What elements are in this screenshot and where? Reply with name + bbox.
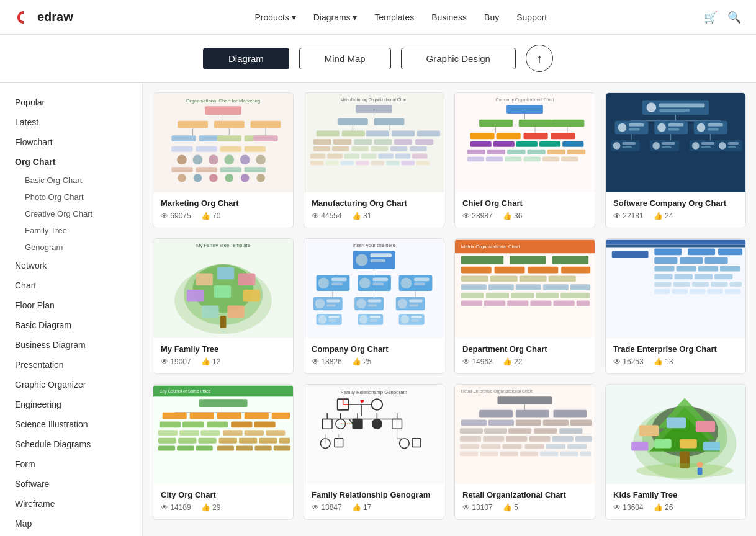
svg-rect-325 <box>553 410 587 418</box>
card-city-org-chart[interactable]: City Council of Some Place <box>153 384 294 520</box>
svg-rect-222 <box>461 301 482 306</box>
nav-products[interactable]: Products ▾ <box>255 12 296 22</box>
svg-rect-76 <box>479 120 513 127</box>
card-retail-organizational-chart[interactable]: Retail Enterprise Organizational Chart <box>454 384 595 520</box>
card-my-family-tree[interactable]: My Family Tree Template <box>153 238 294 374</box>
svg-rect-186 <box>409 304 418 306</box>
stat-likes-family: 👍 12 <box>201 357 221 366</box>
sidebar-sub-family-tree[interactable]: Family Tree <box>0 222 142 239</box>
card-family-relationship-genogram[interactable]: Family Relationship Genogram ♥ <box>304 384 444 520</box>
stat-views-company: 👁 18826 <box>312 357 342 366</box>
card-title-department: Department Org Chart <box>462 344 587 354</box>
svg-rect-131 <box>662 146 672 148</box>
sidebar-item-schedule-diagrams[interactable]: Schedule Diagrams <box>0 434 142 454</box>
svg-rect-350 <box>500 451 518 456</box>
sidebar-item-engineering[interactable]: Engineering <box>0 395 142 414</box>
svg-point-129 <box>652 142 660 150</box>
svg-rect-170 <box>414 277 429 281</box>
sidebar-sub-creative-org-chart[interactable]: Creative Org Chart <box>0 205 142 222</box>
svg-rect-53 <box>332 146 349 151</box>
svg-point-315 <box>400 439 410 449</box>
sidebar-item-map[interactable]: Map <box>0 514 142 534</box>
sidebar-item-network[interactable]: Network <box>0 256 142 275</box>
svg-point-155 <box>356 254 368 266</box>
sidebar-item-form[interactable]: Form <box>0 454 142 474</box>
svg-rect-63 <box>395 154 410 159</box>
svg-rect-240 <box>720 266 740 272</box>
svg-rect-14 <box>171 146 192 152</box>
svg-rect-177 <box>326 300 340 303</box>
sidebar-item-software[interactable]: Software <box>0 474 142 494</box>
card-software-company-org-chart[interactable]: Software Company Org Chart 👁 22181 👍 24 <box>605 92 746 228</box>
card-thumb-software <box>606 93 745 192</box>
svg-text:♥: ♥ <box>360 397 364 405</box>
sidebar-item-org-chart[interactable]: Org Chart <box>0 152 142 172</box>
svg-point-28 <box>178 174 186 182</box>
sidebar-item-presentation[interactable]: Presentation <box>0 355 142 375</box>
svg-point-165 <box>359 277 371 288</box>
sidebar-sub-photo-org-chart[interactable]: Photo Org Chart <box>0 189 142 205</box>
svg-text:City Council of Some Place: City Council of Some Place <box>160 389 211 394</box>
svg-rect-211 <box>549 275 576 282</box>
card-trade-enterprise-org-chart[interactable]: Trade Enterprise Org Chart 👁 16253 👍 13 <box>605 238 746 374</box>
tab-graphic-design[interactable]: Graphic Design <box>401 48 516 69</box>
tab-mind-map[interactable]: Mind Map <box>299 48 391 69</box>
svg-rect-332 <box>484 428 507 434</box>
svg-point-169 <box>401 277 412 288</box>
sidebar-item-flowchart[interactable]: Flowchart <box>0 132 142 152</box>
svg-point-33 <box>256 174 265 182</box>
sidebar-item-wireframe[interactable]: Wireframe <box>0 494 142 514</box>
tab-diagram[interactable]: Diagram <box>203 48 289 69</box>
sidebar-item-science-illustration[interactable]: Science Illustration <box>0 414 142 434</box>
sidebar-item-chart[interactable]: Chart <box>0 275 142 295</box>
svg-rect-162 <box>331 277 346 281</box>
nav-diagrams[interactable]: Diagrams ▾ <box>313 12 358 22</box>
card-chief-org-chart[interactable]: Company Organizational Chart <box>454 92 595 228</box>
svg-rect-224 <box>507 301 528 306</box>
nav-business[interactable]: Business <box>431 12 467 22</box>
svg-rect-64 <box>412 154 427 159</box>
svg-rect-112 <box>629 128 640 131</box>
sidebar-item-graphic-organizer[interactable]: Graphic Organizer <box>0 375 142 395</box>
nav-templates[interactable]: Templates <box>374 12 414 22</box>
svg-rect-157 <box>371 259 385 262</box>
card-body-kids: Kids Family Tree 👁 13604 👍 26 <box>606 484 745 519</box>
svg-rect-343 <box>481 444 500 449</box>
svg-rect-253 <box>707 289 722 294</box>
sidebar-sub-basic-org-chart[interactable]: Basic Org Chart <box>0 172 142 189</box>
svg-rect-52 <box>313 146 330 151</box>
card-stats-family: 👁 19007 👍 12 <box>161 357 286 366</box>
sidebar-item-latest[interactable]: Latest <box>0 112 142 132</box>
svg-rect-286 <box>217 446 234 451</box>
card-title-chief: Chief Org Chart <box>462 199 587 208</box>
svg-point-110 <box>618 123 627 132</box>
svg-rect-156 <box>371 253 392 257</box>
search-icon[interactable]: 🔍 <box>727 11 741 24</box>
cart-icon[interactable]: 🛒 <box>704 11 718 24</box>
nav-support[interactable]: Support <box>516 12 547 22</box>
card-company-org-chart[interactable]: Insert your title here <box>304 238 444 374</box>
tab-bar: Diagram Mind Map Graphic Design ↑ <box>0 35 756 83</box>
card-marketing-org-chart[interactable]: Organisational Chart for Marketing <box>153 92 294 228</box>
nav-buy[interactable]: Buy <box>484 12 499 22</box>
sidebar-item-more-templates[interactable]: More Templates <box>0 534 142 536</box>
svg-rect-72 <box>416 161 430 165</box>
svg-rect-226 <box>553 301 574 306</box>
svg-rect-197 <box>411 316 422 318</box>
svg-point-184 <box>398 299 408 309</box>
card-manufacturing-org-chart[interactable]: Manufacturing Organizational Chart <box>304 92 444 228</box>
sidebar-item-floor-plan[interactable]: Floor Plan <box>0 295 142 315</box>
card-department-org-chart[interactable]: Matrix Organizational Chart <box>454 238 595 374</box>
sidebar-item-popular[interactable]: Popular <box>0 92 142 112</box>
card-stats-company: 👁 18826 👍 25 <box>312 357 436 366</box>
upload-button[interactable]: ↑ <box>526 45 553 72</box>
sidebar-sub-genogram[interactable]: Genogram <box>0 239 142 256</box>
logo[interactable]: edraw <box>15 9 73 26</box>
svg-rect-257 <box>199 399 247 407</box>
sidebar-item-business-diagram[interactable]: Business Diagram <box>0 335 142 355</box>
svg-rect-342 <box>460 444 479 449</box>
svg-point-196 <box>401 315 410 324</box>
card-kids-family-tree[interactable]: Kids Family Tree 👁 13604 👍 26 <box>605 384 746 520</box>
svg-rect-43 <box>366 130 389 136</box>
sidebar-item-basic-diagram[interactable]: Basic Diagram <box>0 315 142 335</box>
